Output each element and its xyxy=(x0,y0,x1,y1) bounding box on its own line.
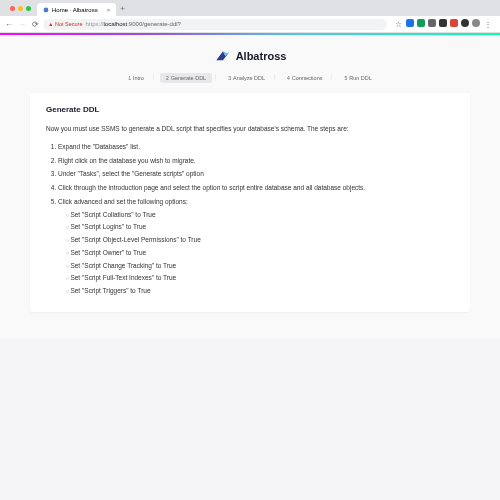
browser-tab[interactable]: Home · Albatross × xyxy=(37,3,116,16)
list-item: Set "Script Owner" to True xyxy=(66,248,454,258)
profile-avatar[interactable] xyxy=(472,19,480,27)
list-item: Set "Script Logins" to True xyxy=(66,222,454,232)
step-run-ddl[interactable]: 5 Run DDL xyxy=(338,73,377,83)
brand-name: Albatross xyxy=(236,50,287,62)
forward-button[interactable]: → xyxy=(17,19,27,29)
list-item: Set "Script Change Tracking" to True xyxy=(66,261,454,271)
step-generate-ddl[interactable]: 2 Generate DDL xyxy=(160,73,212,83)
step-intro[interactable]: 1 Intro xyxy=(122,73,150,83)
list-item: Set "Script Object-Level Permissions" to… xyxy=(66,235,454,245)
list-item: Click through the introduction page and … xyxy=(58,183,454,193)
list-item: Right click on the database you wish to … xyxy=(58,156,454,166)
extension-icon[interactable] xyxy=(439,19,447,27)
card-intro: Now you must use SSMS to generate a DDL … xyxy=(46,124,454,134)
step-analyze-ddl[interactable]: 3 Analyze DDL xyxy=(222,73,271,83)
share-icon[interactable]: ☆ xyxy=(393,19,403,29)
extension-icon[interactable] xyxy=(450,19,458,27)
step-connections[interactable]: 4 Connections xyxy=(281,73,328,83)
chevron-right-icon: 〉 xyxy=(271,73,281,83)
toolbar: ← → ⟳ ▲ Not Secure https://localhost:900… xyxy=(0,16,500,32)
extension-icon[interactable] xyxy=(461,19,469,27)
maximize-window[interactable] xyxy=(26,6,31,11)
minimize-window[interactable] xyxy=(18,6,23,11)
card-title: Generate DDL xyxy=(46,105,454,114)
tab-title: Home · Albatross xyxy=(52,7,98,13)
extension-icon[interactable] xyxy=(428,19,436,27)
list-item: Under "Tasks", select the "Generate scri… xyxy=(58,169,454,179)
extension-icon[interactable] xyxy=(406,19,414,27)
chevron-right-icon: 〉 xyxy=(212,73,222,83)
tab-close-icon[interactable]: × xyxy=(107,7,111,13)
new-tab-button[interactable]: + xyxy=(120,4,125,13)
address-bar[interactable]: ▲ Not Secure https://localhost:9000/gene… xyxy=(43,19,387,30)
content-card: Generate DDL Now you must use SSMS to ge… xyxy=(30,93,470,312)
security-warning: ▲ Not Secure xyxy=(48,21,83,27)
browser-chrome: Home · Albatross × + ← → ⟳ ▲ Not Secure … xyxy=(0,0,500,33)
window-controls xyxy=(4,6,37,11)
list-item: Expand the "Databases" list. xyxy=(58,142,454,152)
page-content: Albatross 1 Intro 〉 2 Generate DDL 〉 3 A… xyxy=(0,35,500,338)
list-item: Set "Script Collations" to True xyxy=(66,210,454,220)
page-header: Albatross xyxy=(0,43,500,69)
logo-icon xyxy=(214,49,232,63)
tab-strip: Home · Albatross × + xyxy=(0,0,500,16)
instruction-list: Expand the "Databases" list. Right click… xyxy=(46,142,454,296)
close-window[interactable] xyxy=(10,6,15,11)
chevron-right-icon: 〉 xyxy=(328,73,338,83)
list-item: Set "Script Triggers" to True xyxy=(66,286,454,296)
list-item: Set "Script Full-Text Indexes" to True xyxy=(66,273,454,283)
url-text: https://localhost:9000/generate-ddl? xyxy=(86,21,181,27)
chevron-right-icon: 〉 xyxy=(150,73,160,83)
list-item: Click advanced and set the following opt… xyxy=(58,197,454,296)
reload-button[interactable]: ⟳ xyxy=(30,19,40,29)
favicon xyxy=(43,7,49,13)
extensions: ☆ ⋮ xyxy=(390,19,496,29)
sub-list: Set "Script Collations" to True Set "Scr… xyxy=(58,210,454,296)
menu-icon[interactable]: ⋮ xyxy=(483,19,493,29)
extension-icon[interactable] xyxy=(417,19,425,27)
stepper: 1 Intro 〉 2 Generate DDL 〉 3 Analyze DDL… xyxy=(0,69,500,87)
svg-point-0 xyxy=(44,7,49,12)
back-button[interactable]: ← xyxy=(4,19,14,29)
